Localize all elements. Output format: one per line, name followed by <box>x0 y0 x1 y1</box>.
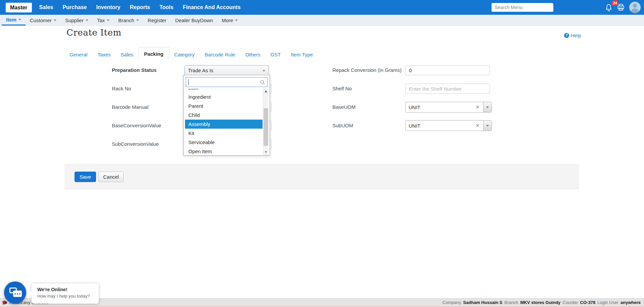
subnav-register-label: Register <box>148 17 167 23</box>
repack-conversion-input[interactable] <box>405 65 490 75</box>
triangle-up-icon <box>265 90 267 92</box>
chat-status-text: We're Online! <box>37 287 99 292</box>
shelf-no-label: Shelf No <box>332 84 352 94</box>
tab-item-type[interactable]: Item Type <box>286 49 318 60</box>
preparation-status-label: Preparation Status <box>112 65 156 75</box>
base-conversion-value-label: BaseConversionValue <box>112 121 161 131</box>
tab-others[interactable]: Others <box>240 49 265 60</box>
nav-reports[interactable]: Reports <box>125 0 154 15</box>
chevron-down-icon <box>136 19 139 21</box>
branch-value: MKV stores Guindy <box>520 300 560 305</box>
option-ingredient[interactable]: Ingredient <box>185 92 263 101</box>
avatar-person-icon <box>633 4 637 8</box>
preparation-status-dropdown: Bulk Ingredient Parent Child Assembly Ki… <box>183 75 270 156</box>
scrollbar-thumb[interactable] <box>264 108 268 146</box>
user-avatar[interactable] <box>629 2 641 13</box>
subnav-customer-label: Customer <box>30 17 52 23</box>
dropdown-options-list: Bulk Ingredient Parent Child Assembly Ki… <box>185 89 268 155</box>
sub-uom-combobox[interactable]: UNIT × <box>405 120 492 131</box>
clear-icon[interactable]: × <box>475 104 480 110</box>
counter-value: CO-378 <box>580 300 596 305</box>
preparation-status-select[interactable]: Trade As Is <box>184 65 269 75</box>
dropdown-search-box[interactable] <box>186 77 268 87</box>
help-label: Help <box>571 33 581 38</box>
sub-uom-selection[interactable]: UNIT × <box>406 121 483 131</box>
subnav-dealer-buydown[interactable]: Dealer BuyDown <box>171 15 218 26</box>
clear-icon[interactable]: × <box>475 123 480 129</box>
chevron-down-icon <box>86 19 88 21</box>
scroll-down-button[interactable] <box>263 149 268 155</box>
option-assembly[interactable]: Assembly <box>185 120 263 129</box>
base-uom-combobox[interactable]: UNIT × <box>405 102 492 113</box>
base-uom-value: UNIT <box>409 104 475 110</box>
brand-logo-icon <box>2 300 7 305</box>
chevron-down-icon <box>235 19 238 21</box>
chevron-up-icon <box>263 70 265 71</box>
top-navbar: Master Sales Purchase Inventory Reports … <box>0 0 644 15</box>
preparation-status-value: Trade As Is <box>188 68 263 73</box>
option-serviceable[interactable]: Serviceable <box>185 138 263 147</box>
help-icon: ? <box>564 33 569 38</box>
print-button[interactable] <box>616 3 627 13</box>
subnav-tax[interactable]: Tax <box>93 15 114 26</box>
subnav-item-label: Item <box>6 17 16 23</box>
save-button[interactable]: Save <box>75 172 96 182</box>
chat-launcher-button[interactable] <box>4 281 26 304</box>
subnav-tax-label: Tax <box>97 17 105 23</box>
base-uom-dropdown-toggle[interactable] <box>483 102 492 112</box>
nav-sales[interactable]: Sales <box>35 0 58 15</box>
dropdown-scrollbar[interactable] <box>263 89 268 155</box>
shelf-no-input[interactable] <box>405 84 490 94</box>
form-actions-bar: Save Cancel <box>64 164 579 189</box>
tab-gst[interactable]: GST <box>265 49 286 60</box>
chevron-down-icon <box>18 19 21 20</box>
search-icon <box>260 80 265 85</box>
subnav-register[interactable]: Register <box>143 15 171 26</box>
tab-packing[interactable]: Packing <box>138 47 169 61</box>
login-user-value: anywhere <box>620 300 641 305</box>
barcode-manual-label: Barcode Manual <box>112 102 148 112</box>
scroll-up-button[interactable] <box>263 89 268 94</box>
option-open-item[interactable]: Open Item <box>185 147 263 155</box>
tab-sales[interactable]: Sales <box>116 49 139 60</box>
subnav-more[interactable]: More <box>217 15 242 26</box>
subnav-branch[interactable]: Branch <box>114 15 143 26</box>
tab-category[interactable]: Category <box>169 49 200 60</box>
option-child[interactable]: Child <box>185 111 263 120</box>
nav-inventory[interactable]: Inventory <box>91 0 125 15</box>
nav-finance-and-accounts[interactable]: Finance And Accounts <box>178 0 245 15</box>
tab-taxes[interactable]: Taxes <box>92 49 116 60</box>
subnav-item[interactable]: Item <box>2 15 26 26</box>
cancel-button[interactable]: Cancel <box>98 172 124 182</box>
subnav-supplier[interactable]: Supplier <box>61 15 93 26</box>
chat-greeting-tooltip[interactable]: We're Online! How may I help you today? <box>32 283 99 304</box>
chat-help-text: How may I help you today? <box>37 294 99 299</box>
printer-icon <box>616 3 625 12</box>
base-uom-label: BaseUOM <box>332 102 356 112</box>
sub-uom-label: SubUOM <box>332 121 353 131</box>
tab-barcode-rule[interactable]: Barcode Rule <box>200 49 240 60</box>
nav-purchase[interactable]: Purchase <box>58 0 91 15</box>
option-parent[interactable]: Parent <box>185 101 263 111</box>
base-uom-selection[interactable]: UNIT × <box>406 102 483 112</box>
subnav-more-label: More <box>222 17 233 23</box>
chevron-down-icon <box>486 106 489 108</box>
chevron-down-icon <box>54 19 56 21</box>
help-link[interactable]: ? Help <box>564 33 581 38</box>
sub-navbar: Item Customer Supplier Tax Branch Regist… <box>0 15 644 26</box>
dropdown-search-input[interactable] <box>186 78 267 87</box>
nav-tools[interactable]: Tools <box>155 0 178 15</box>
notifications-button[interactable]: 24 <box>604 3 614 13</box>
option-bulk[interactable]: Bulk <box>185 89 263 92</box>
nav-master[interactable]: Master <box>6 3 32 12</box>
login-user-label: Login User <box>597 300 618 305</box>
chevron-down-icon <box>107 19 109 21</box>
sub-uom-dropdown-toggle[interactable] <box>483 121 492 131</box>
subnav-dealer-buydown-label: Dealer BuyDown <box>175 17 213 23</box>
search-menu-input[interactable] <box>492 3 553 12</box>
tab-general[interactable]: General <box>64 49 92 60</box>
item-tabs: General Taxes Sales Packing Category Bar… <box>64 47 579 61</box>
subnav-customer[interactable]: Customer <box>26 15 61 26</box>
option-kit[interactable]: Kit <box>185 129 263 138</box>
chevron-down-icon <box>486 125 489 127</box>
